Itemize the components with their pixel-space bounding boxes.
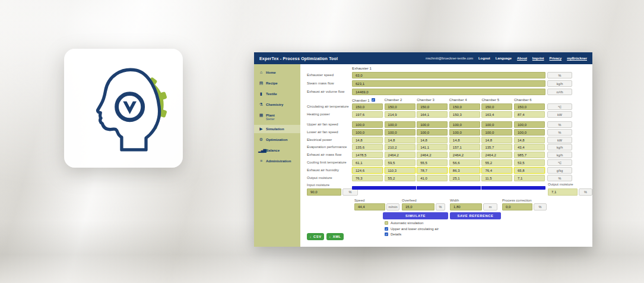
header-link-logout[interactable]: Logout bbox=[478, 56, 490, 60]
row-label: Evaporation performance bbox=[307, 145, 347, 149]
header-link-privacy[interactable]: Privacy bbox=[550, 56, 562, 60]
sidebar-item-label: Textile bbox=[266, 92, 277, 96]
sidebar-item-label: Home bbox=[266, 70, 276, 75]
chamber-cell-exhaust-air-mass-flow-2: 2464,2 bbox=[385, 152, 415, 158]
unit-label: °C bbox=[547, 159, 572, 166]
chamber-cell-heating-power-2: 214,9 bbox=[385, 111, 415, 118]
moisture-progress-bar[interactable] bbox=[352, 186, 545, 190]
sidebar-item-label: Balance bbox=[266, 148, 280, 153]
checkbox-label: Upper and lower circulating air bbox=[391, 227, 439, 231]
chamber-cell-circulating-air-temperature-3[interactable]: 150,0 bbox=[417, 103, 448, 110]
unit-label: % bbox=[547, 121, 572, 128]
chamber-cell-cooling-limit-temperature-5: 55,2 bbox=[481, 159, 512, 166]
row-label: Exhaust air mass flow bbox=[307, 153, 341, 157]
chamber-cell-circulating-air-temperature-2[interactable]: 150,0 bbox=[385, 103, 415, 110]
sidebar-item-plant[interactable]: ▦PlantStenter bbox=[254, 111, 300, 122]
chamber-cell-evaporation-performance-6: 43,4 bbox=[514, 144, 545, 150]
chamber-cell-upper-air-fan-speed-2[interactable]: 100,0 bbox=[385, 121, 415, 128]
exhauster-field-steam-mass-flow[interactable]: 623,1 bbox=[352, 80, 545, 87]
input-moisture-field[interactable]: 90,0 bbox=[307, 188, 341, 196]
csv-export-button[interactable]: ↓CSV bbox=[307, 233, 324, 240]
chamber-cell-cooling-limit-temperature-4: 56,6 bbox=[449, 159, 480, 166]
chamber-cell-electrical-power-2: 14,8 bbox=[385, 137, 415, 143]
chamber-cell-output-moisture-1: 76,3 bbox=[352, 175, 383, 181]
sidebar-item-textile[interactable]: ▮Textile bbox=[254, 90, 300, 98]
chamber-cell-electrical-power-6: 14,8 bbox=[514, 137, 545, 143]
chamber-cell-lower-air-fan-speed-6[interactable]: 100,0 bbox=[514, 129, 545, 136]
field-width[interactable]: 1,80 bbox=[450, 203, 482, 210]
chamber-cell-lower-air-fan-speed-1[interactable]: 100,0 bbox=[352, 129, 383, 136]
sidebar-item-home[interactable]: ⌂Home bbox=[254, 68, 300, 77]
xml-export-button[interactable]: ↓XML bbox=[326, 233, 344, 240]
chamber-label: Chamber 2 bbox=[385, 98, 402, 102]
user-email: mschmitt@brueckner-textile.com bbox=[426, 56, 473, 60]
sidebar-item-label: Optimization bbox=[266, 137, 287, 142]
header-link-imprint[interactable]: Imprint bbox=[532, 56, 544, 60]
chemistry-icon: ⚗ bbox=[258, 102, 264, 107]
simulate-button[interactable]: SIMULATE bbox=[383, 212, 448, 219]
input-moisture-label: Input moisture bbox=[307, 183, 329, 187]
sidebar-item-optimization[interactable]: ⚙Optimization bbox=[254, 136, 300, 144]
exhauster-field-exhaust-air-volume-flow[interactable]: 14469,0 bbox=[352, 89, 545, 95]
sidebar-item-label: Simulation bbox=[266, 127, 284, 131]
chamber-cell-exhaust-air-humidity-6: 65,8 bbox=[514, 167, 545, 174]
row-label: Exhaust air humidity bbox=[307, 168, 339, 172]
chamber-cell-circulating-air-temperature-4[interactable]: 150,0 bbox=[449, 103, 480, 110]
chamber-cell-upper-air-fan-speed-3[interactable]: 100,0 bbox=[417, 121, 448, 128]
chamber-cell-circulating-air-temperature-6[interactable]: 150,0 bbox=[514, 103, 545, 110]
checkbox-upper-and-lower-circulating-air[interactable]: ✓Upper and lower circulating air bbox=[385, 227, 439, 231]
brand-logo-card bbox=[64, 49, 183, 168]
sidebar-item-label: Administration bbox=[266, 159, 291, 163]
sidebar-item-simulation[interactable]: ▶Simulation bbox=[254, 125, 300, 133]
chamber-checkbox[interactable]: ✓ bbox=[372, 98, 375, 102]
header-link-language[interactable]: Language bbox=[496, 56, 512, 60]
chamber-cell-output-moisture-3: 41,0 bbox=[417, 175, 448, 181]
chamber-cell-upper-air-fan-speed-6[interactable]: 100,0 bbox=[514, 121, 545, 128]
row-label: Circulating air temperature bbox=[307, 105, 349, 109]
expertex-logo-icon bbox=[78, 63, 169, 153]
field-label: Overfeed bbox=[402, 199, 417, 203]
field-speed[interactable]: 44,4 bbox=[354, 203, 385, 210]
chamber-cell-lower-air-fan-speed-3[interactable]: 100,0 bbox=[417, 129, 448, 136]
checkbox-details[interactable]: ✓Details bbox=[385, 232, 401, 236]
row-label: Electrical power bbox=[307, 138, 332, 142]
chamber-cell-lower-air-fan-speed-2[interactable]: 100,0 bbox=[385, 129, 415, 136]
chamber-label: Chamber 4 bbox=[449, 98, 467, 102]
sidebar: ⌂Home▤Recipe▮Textile⚗Chemistry▦PlantSten… bbox=[254, 64, 300, 247]
chamber-cell-cooling-limit-temperature-1: 61,1 bbox=[352, 159, 383, 166]
field-overfeed[interactable]: 15,0 bbox=[402, 203, 434, 210]
sidebar-item-recipe[interactable]: ▤Recipe bbox=[254, 79, 300, 87]
chamber-label: Chamber 5 bbox=[481, 98, 499, 102]
field-label: Process correction bbox=[502, 199, 532, 203]
header-link-about[interactable]: About bbox=[517, 56, 527, 60]
checkbox-icon[interactable]: ✓ bbox=[385, 232, 388, 236]
chamber-cell-exhaust-air-humidity-2: 110,3 bbox=[385, 167, 415, 174]
chamber-cell-upper-air-fan-speed-5[interactable]: 100,0 bbox=[481, 121, 512, 128]
save-reference-button[interactable]: SAVE REFERENCE bbox=[450, 212, 501, 219]
chamber-cell-evaporation-performance-5: 135,7 bbox=[481, 144, 512, 150]
csv-label: CSV bbox=[313, 235, 322, 238]
checkbox-automatic-simulation[interactable]: Automatic simulation bbox=[385, 221, 423, 225]
chamber-cell-circulating-air-temperature-5[interactable]: 150,0 bbox=[481, 103, 512, 110]
unit-label: m/min bbox=[386, 203, 399, 210]
unit-label: kg/h bbox=[547, 80, 572, 87]
chamber-cell-lower-air-fan-speed-5[interactable]: 100,0 bbox=[481, 129, 512, 136]
exhauster-field-exhauster-speed[interactable]: 63,0 bbox=[352, 72, 545, 78]
sidebar-item-balance[interactable]: ▂▄▆Balance bbox=[254, 146, 300, 155]
chamber-cell-upper-air-fan-speed-4[interactable]: 100,0 bbox=[449, 121, 480, 128]
chamber-cell-exhaust-air-humidity-4: 86,3 bbox=[449, 167, 480, 174]
sidebar-item-administration[interactable]: ≡Administration bbox=[254, 157, 300, 165]
chamber-cell-circulating-air-temperature-1[interactable]: 150,0 bbox=[352, 103, 383, 110]
header-right: mschmitt@brueckner-textile.com LogoutLan… bbox=[426, 56, 587, 60]
header-links: LogoutLanguageAboutImprintPrivacymyBrück… bbox=[478, 56, 587, 60]
chamber-cell-lower-air-fan-speed-4[interactable]: 100,0 bbox=[449, 129, 480, 136]
row-label: Exhaust air volume flow bbox=[307, 90, 344, 94]
checkbox-icon[interactable]: ✓ bbox=[385, 227, 388, 231]
chamber-cell-upper-air-fan-speed-1[interactable]: 100,0 bbox=[352, 121, 383, 128]
checkbox-icon[interactable] bbox=[385, 221, 388, 225]
sidebar-item-chemistry[interactable]: ⚗Chemistry bbox=[254, 100, 300, 109]
app-window: ExperTex - Process Optimization Tool msc… bbox=[254, 52, 592, 247]
field-process-correction[interactable]: 0,0 bbox=[502, 203, 532, 210]
header-link-mybr-ckner[interactable]: myBrückner bbox=[567, 56, 587, 60]
chamber-cell-output-moisture-6: 7,1 bbox=[514, 175, 545, 181]
